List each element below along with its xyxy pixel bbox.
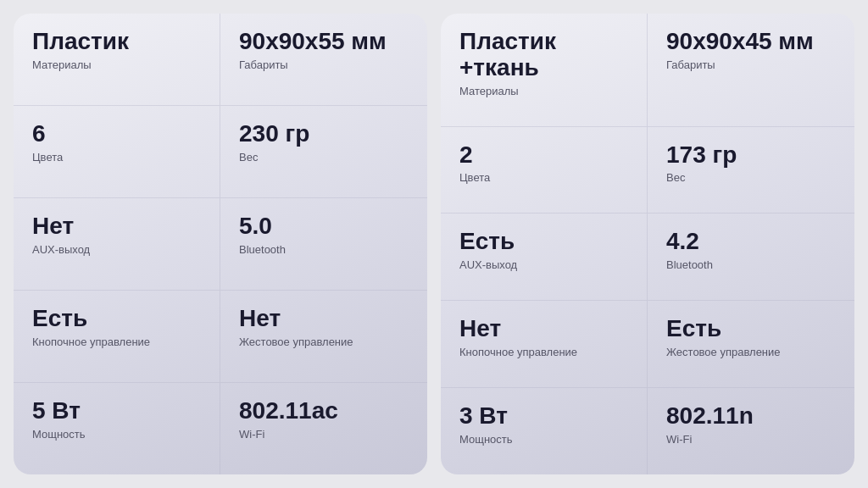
spec-cell: ПластикМатериалы: [14, 14, 220, 106]
spec-value: 4.2: [666, 229, 836, 255]
spec-label: Bluetooth: [239, 243, 409, 258]
spec-value: Нет: [32, 214, 201, 240]
spec-value: 3 Вт: [459, 403, 628, 430]
spec-value: 230 гр: [239, 121, 409, 147]
spec-value: Пластик: [32, 29, 201, 55]
spec-label: Bluetooth: [666, 258, 836, 273]
spec-cell: НетЖестовое управление: [220, 291, 427, 383]
spec-cell: 90х90х55 ммГабариты: [220, 14, 427, 106]
spec-cell: ЕстьAUX-выход: [441, 214, 648, 301]
spec-value: Есть: [32, 306, 201, 332]
spec-cell: НетКнопочное управление: [441, 301, 648, 388]
spec-cell: 802.11nWi-Fi: [648, 388, 854, 474]
spec-label: Цвета: [459, 171, 628, 186]
spec-label: Жестовое управление: [666, 346, 836, 360]
spec-label: Мощность: [459, 433, 628, 447]
spec-value: 2: [459, 142, 628, 169]
spec-label: Жестовое управление: [239, 336, 409, 350]
spec-label: Мощность: [32, 428, 201, 442]
spec-cell: ЕстьКнопочное управление: [14, 291, 220, 383]
spec-cell: 802.11acWi-Fi: [220, 383, 427, 474]
spec-value: 6: [32, 121, 201, 147]
card-right: Пластик +тканьМатериалы90х90х45 ммГабари…: [441, 14, 854, 474]
spec-cell: 5 ВтМощность: [14, 383, 220, 474]
spec-value: 90х90х55 мм: [239, 29, 409, 55]
spec-label: Цвета: [32, 151, 201, 165]
card-left: ПластикМатериалы90х90х55 ммГабариты6Цвет…: [14, 14, 427, 474]
spec-label: Кнопочное управление: [459, 346, 628, 360]
spec-label: Вес: [666, 171, 836, 186]
spec-label: Материалы: [459, 85, 628, 99]
spec-cell: Пластик +тканьМатериалы: [441, 14, 648, 127]
spec-value: 802.11n: [666, 403, 836, 430]
spec-value: 90х90х45 мм: [666, 29, 836, 55]
grid-0: ПластикМатериалы90х90х55 ммГабариты6Цвет…: [14, 14, 427, 474]
spec-value: Есть: [459, 229, 628, 255]
spec-label: Wi-Fi: [666, 433, 836, 447]
spec-cell: 2Цвета: [441, 127, 648, 214]
grid-1: Пластик +тканьМатериалы90х90х45 ммГабари…: [441, 14, 854, 474]
spec-cell: 90х90х45 ммГабариты: [648, 14, 854, 127]
spec-cell: 230 грВес: [220, 106, 427, 198]
spec-value: 5.0: [239, 214, 409, 240]
spec-label: Кнопочное управление: [32, 336, 201, 350]
spec-label: AUX-выход: [459, 258, 628, 273]
spec-label: Материалы: [32, 58, 201, 73]
spec-value: 5 Вт: [32, 398, 201, 424]
spec-label: Габариты: [239, 58, 409, 73]
spec-cell: 6Цвета: [14, 106, 220, 198]
spec-cell: 173 грВес: [648, 127, 854, 214]
spec-value: 173 гр: [666, 142, 836, 169]
spec-cell: ЕстьЖестовое управление: [648, 301, 854, 388]
spec-cell: 5.0Bluetooth: [220, 198, 427, 291]
spec-value: Есть: [666, 316, 836, 342]
spec-label: Вес: [239, 151, 409, 165]
main-container: ПластикМатериалы90х90х55 ммГабариты6Цвет…: [0, 0, 868, 488]
spec-value: Пластик +ткань: [459, 29, 628, 81]
spec-cell: НетAUX-выход: [14, 198, 220, 291]
spec-value: Нет: [239, 306, 409, 332]
spec-label: AUX-выход: [32, 243, 201, 258]
spec-value: 802.11ac: [239, 398, 409, 424]
spec-cell: 3 ВтМощность: [441, 388, 648, 474]
spec-value: Нет: [459, 316, 628, 342]
spec-label: Габариты: [666, 58, 836, 73]
spec-cell: 4.2Bluetooth: [648, 214, 854, 301]
spec-label: Wi-Fi: [239, 428, 409, 442]
